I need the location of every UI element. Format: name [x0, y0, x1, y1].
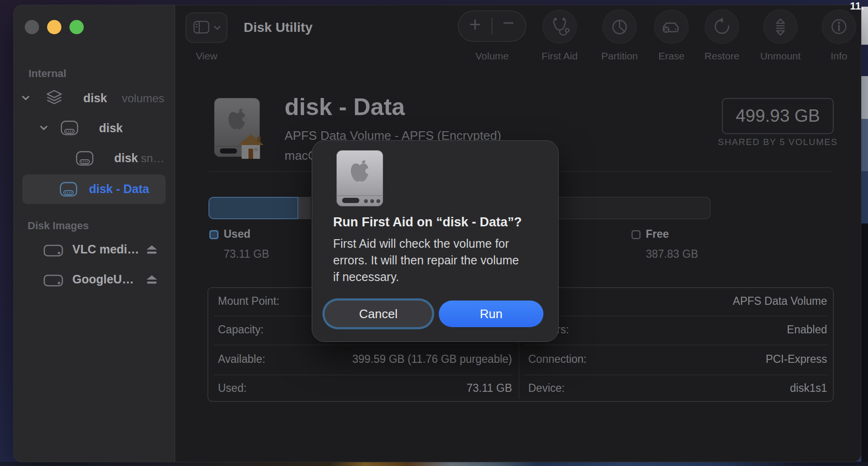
table-row-separator: [214, 375, 513, 375]
sidebar-divider: [175, 5, 175, 462]
table-row-separator: [524, 375, 828, 375]
other-volumes-segment: [298, 197, 311, 219]
info-label: Info: [803, 50, 868, 62]
capacity-label: Capacity:: [218, 323, 264, 336]
available-value: 399.59 GB (11.76 GB purgeable): [286, 353, 512, 366]
stethoscope-icon: [550, 17, 570, 37]
erase-button[interactable]: [654, 10, 689, 44]
volume-group-divider: [492, 18, 493, 35]
sidebar-item-suffix: sn…: [141, 152, 164, 165]
connection-value: PCI-Express: [600, 353, 827, 366]
sidebar-section-internal: Internal: [29, 68, 66, 80]
unmount-button[interactable]: [763, 10, 798, 44]
external-drive-icon: [43, 242, 64, 259]
shared-volumes-label: SHARED BY 5 VOLUMES: [712, 137, 843, 147]
volume-size-badge: 499.93 GB: [722, 98, 834, 134]
menubar-clock: 11.: [850, 0, 864, 12]
internal-drive-icon: [60, 120, 79, 136]
volume-title: disk - Data: [285, 93, 405, 121]
close-button[interactable]: [25, 20, 39, 34]
volume-label: Volume: [456, 50, 528, 62]
zoom-button[interactable]: [69, 20, 84, 34]
desktop: 11. View Disk Utility + − Volume: [0, 0, 868, 466]
add-volume-icon[interactable]: +: [469, 13, 481, 36]
type-value: APFS Data Volume: [600, 295, 827, 308]
background-window-sliver: [861, 76, 868, 119]
sidebar-item-disk-container[interactable]: disk: [83, 91, 107, 105]
sidebar-view-icon: [193, 19, 211, 36]
sidebar-item-vlc-image[interactable]: VLC medi…: [72, 243, 139, 256]
device-label: Device:: [528, 382, 565, 395]
owners-value: Enabled: [600, 323, 827, 336]
erase-disk-icon: [661, 16, 682, 37]
view-button[interactable]: [186, 12, 227, 43]
dialog-drive-icon: [336, 150, 383, 206]
info-button[interactable]: [822, 10, 856, 44]
apple-logo: [349, 157, 371, 184]
dialog-title: Run First Aid on “disk - Data”?: [333, 215, 522, 230]
used-legend-value: 73.11 GB: [224, 248, 269, 261]
used-legend-label: Used: [224, 228, 250, 241]
table-row-separator: [524, 345, 828, 345]
view-label: View: [171, 50, 242, 62]
sidebar-item-disk-data-label[interactable]: disk - Data: [89, 182, 149, 196]
free-legend-label: Free: [646, 228, 669, 241]
cancel-button[interactable]: Cancel: [325, 301, 432, 327]
dialog-body-line: errors. It will then repair the volume: [333, 253, 547, 267]
external-drive-icon: [43, 272, 64, 289]
pie-chart-icon: [610, 17, 630, 37]
table-row-separator: [214, 345, 513, 345]
partition-button[interactable]: [602, 10, 637, 44]
first-aid-button[interactable]: [542, 10, 577, 44]
sidebar-item-disk-snapshot[interactable]: disk: [114, 151, 138, 165]
used-legend-swatch: [209, 230, 218, 239]
internal-drive-icon: [75, 150, 94, 166]
eject-icon[interactable]: [146, 244, 158, 255]
home-volume-house-icon: [237, 133, 265, 159]
window-title: Disk Utility: [244, 20, 313, 35]
volume-button-group[interactable]: + −: [458, 10, 526, 42]
eject-icon[interactable]: [146, 274, 158, 285]
dialog-body-line: First Aid will check the volume for: [333, 237, 547, 251]
restore-arrow-icon: [712, 17, 732, 37]
sidebar-section-disk-images: Disk Images: [28, 220, 89, 232]
background-window-sliver: [861, 223, 868, 462]
table-row-separator: [524, 316, 828, 316]
used-value: 73.11 GB: [286, 382, 512, 395]
background-window-sliver: [861, 119, 868, 171]
info-icon: [829, 17, 849, 37]
volumes-stack-icon: [44, 88, 65, 108]
first-aid-dialog: Run First Aid on “disk - Data”? First Ai…: [312, 141, 558, 341]
sidebar-item-suffix: volumes: [122, 92, 164, 105]
remove-volume-icon[interactable]: −: [503, 11, 514, 34]
connection-label: Connection:: [528, 353, 587, 366]
used-segment: [208, 197, 298, 219]
dialog-body-line: if necessary.: [333, 270, 547, 284]
available-label: Available:: [218, 353, 265, 366]
sidebar-item-google-image[interactable]: GoogleU…: [72, 272, 134, 286]
used-label: Used:: [218, 382, 247, 395]
disclosure-chevron-icon[interactable]: [40, 125, 48, 131]
free-legend-swatch: [631, 230, 641, 239]
sidebar-item-disk[interactable]: disk: [99, 121, 123, 135]
volume-icon-large: [214, 98, 260, 157]
device-value: disk1s1: [600, 382, 827, 395]
mount-point-label: Mount Point:: [218, 295, 279, 308]
restore-button[interactable]: [705, 10, 739, 44]
background-window-sliver: [861, 171, 868, 223]
disclosure-chevron-icon[interactable]: [22, 95, 30, 101]
dock-strip: [0, 462, 868, 466]
minimize-button[interactable]: [47, 20, 61, 34]
run-button[interactable]: Run: [439, 301, 543, 327]
free-legend-value: 387.83 GB: [646, 248, 698, 261]
unmount-eject-icon: [770, 17, 790, 37]
chevron-down-icon: [214, 25, 221, 30]
internal-drive-icon: [59, 181, 78, 197]
apple-logo: [227, 106, 247, 131]
background-window-sliver: [861, 7, 868, 45]
